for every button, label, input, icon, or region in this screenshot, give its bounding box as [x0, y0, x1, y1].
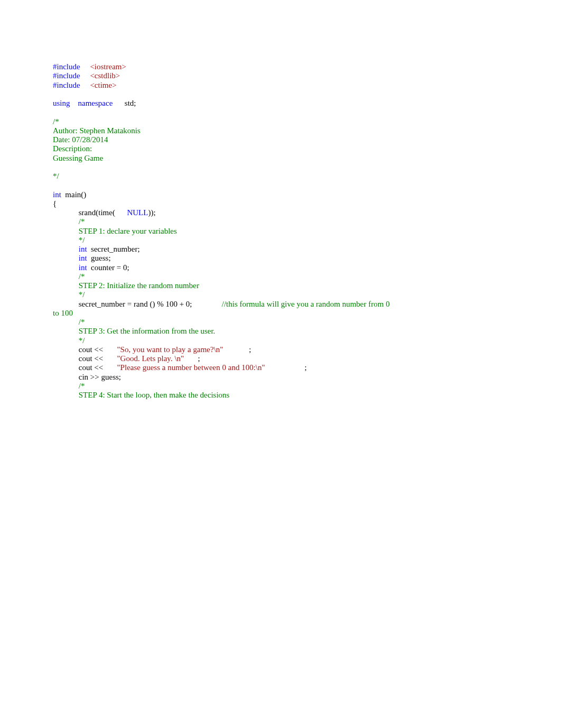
code-token: NULL — [127, 208, 148, 217]
code-token: ; — [184, 354, 200, 363]
code-line: Guessing Game — [53, 154, 508, 163]
code-line: */ — [53, 336, 508, 345]
code-line: cin >> guess; — [53, 373, 508, 382]
code-line: STEP 1: declare your variables — [53, 227, 508, 236]
code-token: secret_number = rand () % 100 + 0; — [53, 300, 222, 308]
code-line: using namespace std; — [53, 99, 508, 108]
code-token: int — [79, 245, 87, 253]
code-token: STEP 3: Get the information from the use… — [79, 327, 216, 335]
code-token: Guessing Game — [53, 154, 103, 162]
code-token — [53, 236, 79, 244]
code-token: */ — [79, 290, 85, 299]
code-token: <ctime> — [90, 81, 116, 89]
code-token: guess; — [87, 254, 111, 262]
code-token — [53, 290, 79, 299]
code-token: int — [53, 190, 61, 199]
code-line: to 100 — [53, 309, 508, 318]
code-token — [53, 108, 55, 116]
code-token: Date: 07/28/2014 — [53, 135, 108, 144]
code-token: cout << — [53, 354, 117, 363]
code-token: namespace — [78, 99, 113, 107]
code-token: ; — [265, 363, 307, 372]
code-token: cout << — [53, 345, 117, 354]
code-line: /* — [53, 217, 508, 226]
code-line: STEP 2: Initialize the random number — [53, 281, 508, 290]
code-token: /* — [79, 382, 85, 390]
code-token: main() — [61, 190, 86, 199]
code-token: int — [79, 254, 87, 262]
code-token: #include — [53, 62, 80, 71]
code-token: #include — [53, 71, 80, 80]
code-token — [53, 391, 79, 399]
code-line: Date: 07/28/2014 — [53, 135, 508, 144]
code-token — [53, 327, 79, 335]
code-token: */ — [79, 236, 85, 244]
code-token: //this formula will give you a random nu… — [222, 300, 392, 308]
code-line: /* — [53, 117, 508, 126]
code-token: <cstdlib> — [90, 71, 120, 80]
code-line — [53, 108, 508, 117]
code-line: srand(time( NULL)); — [53, 208, 508, 217]
code-line — [53, 163, 508, 172]
code-line — [53, 90, 508, 99]
code-line: int counter = 0; — [53, 263, 508, 272]
code-token — [53, 163, 55, 171]
code-token — [80, 81, 90, 89]
code-token: /* — [53, 117, 59, 126]
code-line: */ — [53, 236, 508, 245]
code-line: Description: — [53, 144, 508, 153]
code-token: counter = 0; — [87, 263, 129, 272]
code-line: */ — [53, 290, 508, 299]
code-token — [53, 227, 79, 235]
code-line: /* — [53, 272, 508, 281]
code-token: /* — [79, 318, 85, 326]
code-token — [53, 382, 79, 390]
code-line — [53, 181, 508, 190]
code-token: <iostream> — [90, 62, 126, 71]
code-token: /* — [79, 272, 85, 281]
code-token — [53, 318, 79, 326]
code-document: #include <iostream>#include <cstdlib>#in… — [0, 0, 561, 400]
code-line: cout << "Good. Lets play. \n" ; — [53, 354, 508, 363]
code-token: "Good. Lets play. \n" — [117, 354, 184, 363]
code-token: { — [53, 199, 57, 208]
code-line: { — [53, 199, 508, 208]
code-token — [53, 254, 79, 262]
code-line: int secret_number; — [53, 245, 508, 254]
code-line: STEP 3: Get the information from the use… — [53, 327, 508, 336]
code-line: STEP 4: Start the loop, then make the de… — [53, 391, 508, 400]
code-token: secret_number; — [87, 245, 140, 253]
code-token: STEP 4: Start the loop, then make the de… — [79, 391, 230, 399]
code-token: srand(time( — [53, 208, 127, 217]
code-token — [80, 71, 90, 80]
code-line: #include <cstdlib> — [53, 71, 508, 80]
code-line: int guess; — [53, 254, 508, 263]
code-token: Author: Stephen Matakonis — [53, 126, 141, 135]
code-token — [53, 181, 55, 189]
code-token — [53, 336, 79, 345]
code-token: "Please guess a number between 0 and 100… — [117, 363, 265, 372]
code-token: cin >> guess; — [53, 373, 121, 381]
code-token: ; — [223, 345, 251, 354]
code-line: cout << "Please guess a number between 0… — [53, 363, 508, 372]
code-line: /* — [53, 318, 508, 327]
code-token: /* — [79, 217, 85, 226]
code-line: #include <iostream> — [53, 62, 508, 71]
code-token — [53, 217, 79, 226]
code-line: */ — [53, 172, 508, 181]
code-token — [53, 90, 55, 98]
code-token: using — [53, 99, 70, 107]
code-token: */ — [79, 336, 85, 345]
code-line: #include <ctime> — [53, 81, 508, 90]
code-token — [53, 281, 79, 290]
code-token: cout << — [53, 363, 117, 372]
code-token: int — [79, 263, 87, 272]
code-token: */ — [53, 172, 59, 180]
code-token: Description: — [53, 144, 92, 153]
code-token — [53, 272, 79, 281]
code-token: )); — [148, 208, 155, 217]
code-line: cout << "So, you want to play a game?\n"… — [53, 345, 508, 354]
code-token: to 100 — [53, 309, 73, 317]
code-line: secret_number = rand () % 100 + 0; //thi… — [53, 300, 508, 309]
code-token: #include — [53, 81, 80, 89]
